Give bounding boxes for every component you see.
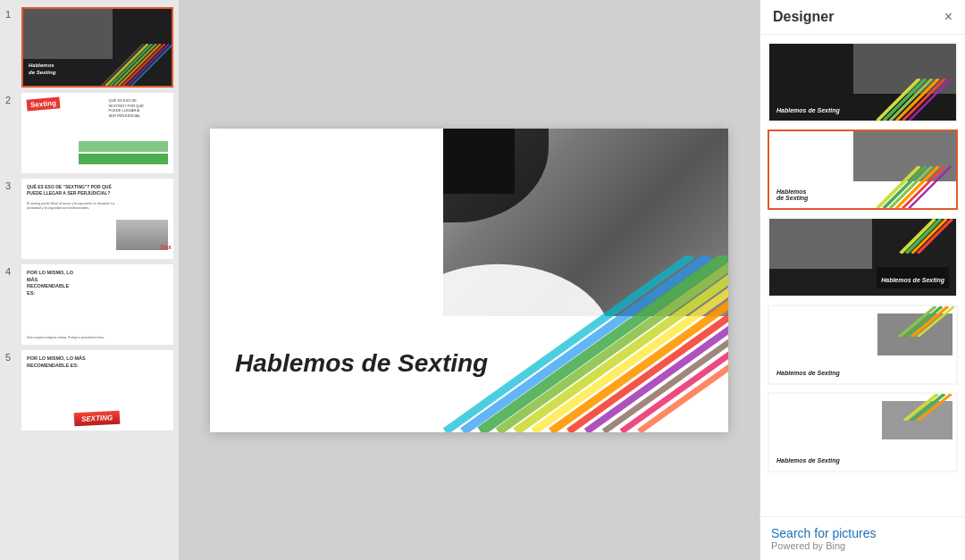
slide-thumb-5: 5 POR LO MISMO, LO MÁSRECOMENDABLE ES: S… bbox=[5, 350, 173, 430]
svg-line-31 bbox=[877, 166, 919, 208]
s2-bg: Sexting QUÉ ES ESO DESEXTING? POR QUÉPUE… bbox=[23, 95, 172, 171]
main-slide: Hablemos de Sexting bbox=[210, 129, 728, 432]
sug2-bg: Hablemosde Sexting bbox=[769, 131, 956, 208]
sug5-label: Hablemos de Sexting bbox=[776, 457, 840, 464]
designer-title: Designer bbox=[773, 9, 834, 25]
designer-panel: Designer × Hablemos de Sexting bbox=[759, 0, 965, 560]
s1-bg: Hablemosde Sexting bbox=[23, 9, 172, 86]
paint-splash2 bbox=[443, 129, 515, 195]
s2-text: QUÉ ES ESO DESEXTING? POR QUÉPUEDE LLEGA… bbox=[109, 98, 168, 118]
sug1-stripes bbox=[853, 79, 956, 121]
main-slide-title: Hablemos de Sexting bbox=[235, 347, 488, 379]
suggestion-card-1[interactable]: Hablemos de Sexting bbox=[768, 42, 958, 122]
search-powered-by: Powered by Bing bbox=[771, 540, 954, 551]
sug4-bg: Hablemos de Sexting bbox=[769, 306, 956, 383]
s3-sex-label: Sex bbox=[161, 244, 172, 250]
s3-bg: QUÉ ES ESO DE "SEXTING"? POR QUÉPUEDE LL… bbox=[23, 180, 172, 257]
s4-bg: POR LO MISMO, LOMÁSRECOMENDABLEES: Evita… bbox=[23, 266, 172, 343]
svg-line-3 bbox=[122, 44, 164, 86]
slide-thumb-4: 4 POR LO MISMO, LOMÁSRECOMENDABLEES: Evi… bbox=[5, 264, 173, 345]
s2-bar2 bbox=[79, 141, 168, 152]
svg-line-0 bbox=[110, 44, 152, 86]
s3-body: El sexting puede llevar al acoso y la ex… bbox=[27, 202, 116, 212]
svg-line-24 bbox=[902, 79, 944, 121]
search-pictures-label[interactable]: Search for pictures bbox=[771, 526, 954, 540]
svg-line-2 bbox=[118, 44, 160, 86]
s1-title: Hablemosde Sexting bbox=[29, 63, 55, 77]
suggestion-card-4[interactable]: Hablemos de Sexting bbox=[768, 305, 958, 385]
search-pictures-section[interactable]: Search for pictures Powered by Bing bbox=[760, 516, 965, 560]
sug4-label: Hablemos de Sexting bbox=[776, 370, 840, 376]
sug3-photo bbox=[769, 219, 872, 269]
slide-number-2: 2 bbox=[5, 93, 18, 105]
sug1-label: Hablemos de Sexting bbox=[776, 107, 840, 113]
slide-number-5: 5 bbox=[5, 350, 18, 363]
sug4-stripes bbox=[891, 306, 956, 337]
slide-thumbnail-1[interactable]: Hablemosde Sexting bbox=[21, 7, 173, 88]
main-editing-area: Hablemos de Sexting bbox=[179, 0, 759, 560]
main-stripes bbox=[391, 255, 728, 431]
stripes-svg bbox=[391, 255, 728, 431]
s4-title: POR LO MISMO, LOMÁSRECOMENDABLEES: bbox=[27, 270, 73, 297]
slide-panel: 1 Hablemosde Sexting bbox=[0, 0, 179, 560]
slide-1-content: Hablemosde Sexting bbox=[23, 9, 172, 86]
suggestion-card-2[interactable]: Hablemosde Sexting bbox=[768, 130, 958, 210]
s4-body: Evita compartir imágenes íntimas. Proteg… bbox=[27, 336, 168, 340]
s5-bg: POR LO MISMO, LO MÁSRECOMENDABLE ES: SEX… bbox=[23, 352, 172, 429]
svg-line-1 bbox=[113, 44, 155, 86]
sug1-bg: Hablemos de Sexting bbox=[769, 44, 956, 121]
slide-number-1: 1 bbox=[5, 7, 18, 20]
slide-4-content: POR LO MISMO, LOMÁSRECOMENDABLEES: Evita… bbox=[23, 266, 172, 343]
sug3-stripes bbox=[891, 219, 956, 254]
s5-badge: SEXTING bbox=[23, 408, 172, 425]
s3-title: QUÉ ES ESO DE "SEXTING"? POR QUÉPUEDE LL… bbox=[27, 184, 112, 196]
slide-thumb-3: 3 QUÉ ES ESO DE "SEXTING"? POR QUÉPUEDE … bbox=[5, 179, 173, 259]
sug2-stripes bbox=[853, 166, 956, 208]
sug3-label-box: Hablemos de Sexting bbox=[877, 267, 949, 288]
s5-title: POR LO MISMO, LO MÁSRECOMENDABLE ES: bbox=[27, 355, 86, 369]
designer-suggestions: Hablemos de Sexting Hablemosde Sexting bbox=[760, 35, 965, 516]
slide-thumbnail-5[interactable]: POR LO MISMO, LO MÁSRECOMENDABLE ES: SEX… bbox=[21, 350, 173, 430]
slide-number-3: 3 bbox=[5, 179, 18, 191]
designer-close-button[interactable]: × bbox=[944, 9, 952, 25]
svg-line-4 bbox=[127, 44, 169, 86]
slide-thumbnail-2[interactable]: Sexting QUÉ ES ESO DESEXTING? POR QUÉPUE… bbox=[21, 93, 173, 173]
sug2-label: Hablemosde Sexting bbox=[776, 188, 808, 201]
sug5-bg: Hablemos de Sexting bbox=[769, 394, 956, 471]
slide-thumbnail-4[interactable]: POR LO MISMO, LOMÁSRECOMENDABLEES: Evita… bbox=[21, 264, 173, 345]
sug3-bg: Hablemos de Sexting bbox=[769, 219, 956, 296]
svg-line-26 bbox=[877, 79, 919, 121]
slide-2-content: Sexting QUÉ ES ESO DESEXTING? POR QUÉPUE… bbox=[23, 95, 172, 171]
sug5-stripes bbox=[900, 394, 956, 421]
main-slide-content: Hablemos de Sexting bbox=[210, 129, 728, 432]
designer-header: Designer × bbox=[760, 0, 965, 35]
svg-line-41 bbox=[911, 394, 945, 421]
svg-line-30 bbox=[902, 166, 944, 208]
suggestion-card-5[interactable]: Hablemos de Sexting bbox=[768, 392, 958, 472]
slide-thumbnail-3[interactable]: QUÉ ES ESO DE "SEXTING"? POR QUÉPUEDE LL… bbox=[21, 179, 173, 259]
svg-line-27 bbox=[884, 166, 926, 208]
s2-tag: Sexting bbox=[27, 96, 61, 111]
slide-thumb-2: 2 Sexting QUÉ ES ESO DESEXTING? POR QUÉP… bbox=[5, 93, 173, 173]
slide-number-4: 4 bbox=[5, 264, 18, 277]
svg-line-21 bbox=[884, 79, 926, 121]
suggestion-card-3[interactable]: Hablemos de Sexting bbox=[768, 217, 958, 297]
slide-5-content: POR LO MISMO, LO MÁSRECOMENDABLE ES: SEX… bbox=[23, 352, 172, 429]
s2-bar bbox=[79, 154, 168, 164]
sug3-label: Hablemos de Sexting bbox=[881, 277, 944, 283]
s1-stripes bbox=[90, 44, 172, 86]
svg-line-6 bbox=[105, 44, 147, 86]
slide-thumb-1: 1 Hablemosde Sexting bbox=[5, 7, 173, 88]
slide-3-content: QUÉ ES ESO DE "SEXTING"? POR QUÉPUEDE LL… bbox=[23, 180, 172, 257]
